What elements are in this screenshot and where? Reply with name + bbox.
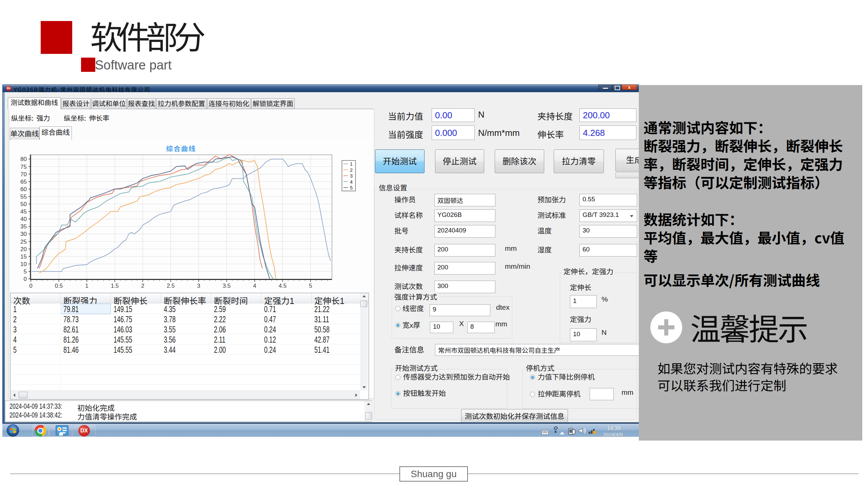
svg-text:25: 25 [20, 239, 27, 245]
svg-text:2: 2 [350, 167, 353, 173]
svg-text:1: 1 [85, 283, 88, 289]
svg-text:3: 3 [350, 173, 353, 179]
svg-text:50: 50 [20, 201, 27, 207]
svg-text:0.5: 0.5 [55, 283, 63, 289]
svg-text:1.5: 1.5 [111, 283, 119, 289]
svg-text:4: 4 [253, 283, 256, 289]
svg-text:20: 20 [20, 246, 27, 252]
svg-text:30: 30 [20, 231, 27, 237]
svg-text:5: 5 [309, 283, 312, 289]
svg-text:65: 65 [20, 179, 27, 185]
svg-text:2.5: 2.5 [167, 283, 175, 289]
svg-text:0: 0 [29, 283, 32, 289]
svg-text:40: 40 [20, 216, 27, 222]
svg-text:2: 2 [141, 283, 144, 289]
svg-text:45: 45 [20, 208, 27, 215]
svg-text:4.5: 4.5 [279, 283, 287, 289]
svg-text:3.5: 3.5 [223, 283, 231, 289]
svg-text:75: 75 [20, 164, 27, 170]
svg-text:80: 80 [20, 156, 27, 162]
svg-text:3: 3 [197, 283, 200, 289]
svg-text:1: 1 [350, 161, 353, 167]
svg-text:35: 35 [20, 223, 27, 230]
svg-text:5: 5 [350, 185, 353, 190]
svg-text:10: 10 [20, 261, 27, 267]
svg-text:70: 70 [20, 171, 27, 178]
svg-text:55: 55 [20, 194, 27, 200]
svg-text:0: 0 [24, 276, 27, 282]
svg-text:5: 5 [24, 268, 27, 275]
svg-text:4: 4 [350, 179, 353, 185]
svg-text:60: 60 [20, 186, 27, 192]
svg-text:15: 15 [20, 253, 27, 260]
